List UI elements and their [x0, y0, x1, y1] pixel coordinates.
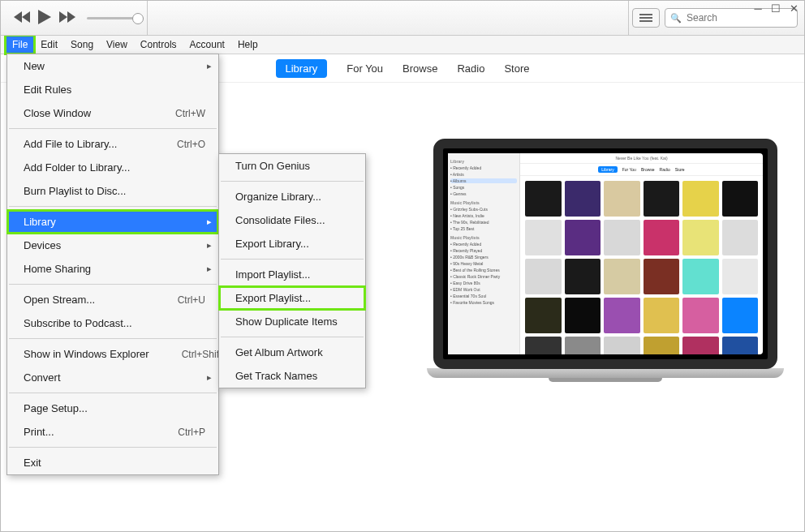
- tab-browse[interactable]: Browse: [402, 62, 437, 75]
- menu-item-label: New: [24, 60, 45, 72]
- mac-album-cover: [644, 298, 680, 333]
- menu-item-label: Library: [24, 216, 56, 228]
- menu-item-label: Subscribe to Podcast...: [24, 317, 132, 329]
- minimize-button[interactable]: ─: [751, 2, 765, 14]
- app-window: ─ ☐ ✕ 🔍 File Edit Song View: [0, 0, 805, 532]
- menu-separator: [9, 447, 217, 448]
- menu-item[interactable]: Library: [7, 210, 218, 234]
- mac-sidebar-item: • Classic Rock Dinner Party: [450, 274, 517, 279]
- menu-item[interactable]: Export Library...: [219, 232, 365, 255]
- mac-sidebar-item: • 90s Heavy Metal: [450, 261, 517, 266]
- play-icon[interactable]: [38, 10, 51, 27]
- menu-view[interactable]: View: [100, 36, 134, 54]
- menu-item-label: Get Track Names: [235, 370, 317, 382]
- tab-radio[interactable]: Radio: [457, 62, 484, 75]
- menu-item-label: Convert: [24, 371, 61, 384]
- menu-item[interactable]: Print...Ctrl+P: [7, 420, 218, 444]
- toolbar: ─ ☐ ✕ 🔍: [1, 1, 804, 36]
- menu-item[interactable]: Subscribe to Podcast...: [7, 311, 218, 335]
- mac-sidebar-item: • Essential 70s Soul: [450, 294, 517, 298]
- menu-item-label: Organize Library...: [235, 191, 321, 203]
- menu-item-shortcut: Ctrl+U: [178, 294, 205, 306]
- mac-sidebar-item: • Easy Drive 80s: [450, 281, 517, 285]
- mac-album-cover: [644, 337, 680, 354]
- menu-item[interactable]: Show in Windows ExplorerCtrl+Shift+R: [7, 342, 218, 366]
- list-icon: [639, 14, 652, 22]
- menu-item[interactable]: Turn On Genius: [219, 154, 365, 178]
- menu-item[interactable]: Convert: [7, 366, 218, 389]
- menu-item[interactable]: Get Track Names: [219, 364, 365, 388]
- mac-sidebar-item: • Recently Added: [450, 242, 517, 247]
- menu-item[interactable]: Home Sharing: [7, 257, 218, 281]
- mac-album-cover: [604, 298, 640, 333]
- menu-item[interactable]: Exit: [7, 451, 218, 474]
- library-submenu: Turn On GeniusOrganize Library...Consoli…: [218, 153, 366, 388]
- mac-sidebar: Library• Recently Added• Artists• Albums…: [448, 153, 520, 354]
- tab-for-you[interactable]: For You: [347, 62, 383, 75]
- mac-sidebar-item: • Songs: [450, 185, 517, 190]
- menu-item-label: Page Setup...: [24, 402, 88, 414]
- tab-library[interactable]: Library: [276, 59, 328, 78]
- menu-item[interactable]: Devices: [7, 234, 218, 257]
- mac-album-cover: [682, 181, 719, 217]
- mac-album-cover: [722, 259, 759, 294]
- menu-separator: [9, 206, 217, 207]
- list-view-button[interactable]: [632, 8, 660, 28]
- mac-tab-foryou: For You: [622, 167, 636, 172]
- menu-item-label: Close Window: [24, 107, 91, 119]
- menu-item-label: Get Album Artwork: [235, 346, 323, 358]
- prev-track-icon[interactable]: [14, 11, 30, 25]
- menu-edit[interactable]: Edit: [34, 36, 64, 54]
- mac-album-cover: [525, 337, 562, 354]
- mac-tab-radio: Radio: [660, 167, 670, 172]
- mac-sidebar-heading: Music Playlists: [450, 235, 517, 240]
- mac-album-cover: [525, 220, 562, 255]
- mac-album-cover: [682, 337, 719, 354]
- menu-item[interactable]: Open Stream...Ctrl+U: [7, 288, 218, 311]
- mac-now-playing: Never Be Like You (feat. Kai): [520, 153, 763, 164]
- mac-sidebar-item: • Albums: [450, 178, 517, 183]
- menu-bar: File Edit Song View Controls Account Hel…: [1, 36, 804, 54]
- menu-item[interactable]: Close WindowCtrl+W: [7, 101, 218, 125]
- mac-album-cover: [565, 259, 601, 294]
- mac-tab-library: Library: [598, 166, 617, 173]
- menu-item[interactable]: New: [7, 54, 218, 78]
- menu-item[interactable]: Export Playlist...: [219, 286, 365, 310]
- menu-account[interactable]: Account: [183, 36, 231, 54]
- tab-store[interactable]: Store: [504, 62, 529, 75]
- menu-item[interactable]: Burn Playlist to Disc...: [7, 179, 218, 203]
- menu-item[interactable]: Add Folder to Library...: [7, 156, 218, 179]
- macbook-illustration: Library• Recently Added• Artists• Albums…: [423, 139, 788, 382]
- menu-separator: [221, 181, 364, 182]
- menu-item[interactable]: Import Playlist...: [219, 263, 365, 286]
- menu-item[interactable]: Consolidate Files...: [219, 208, 365, 232]
- menu-item[interactable]: Get Album Artwork: [219, 341, 365, 364]
- menu-controls[interactable]: Controls: [134, 36, 183, 54]
- menu-separator: [9, 393, 217, 393]
- mac-sidebar-item: • Recently Played: [450, 248, 517, 253]
- menu-item-label: Add File to Library...: [24, 138, 117, 150]
- close-button[interactable]: ✕: [786, 2, 801, 14]
- menu-file[interactable]: File: [6, 36, 34, 54]
- menu-item[interactable]: Edit Rules: [7, 78, 218, 101]
- menu-item-shortcut: Ctrl+P: [178, 427, 205, 438]
- svg-marker-2: [38, 10, 51, 24]
- menu-song[interactable]: Song: [64, 36, 100, 54]
- menu-item[interactable]: Organize Library...: [219, 185, 365, 208]
- menu-item[interactable]: Show Duplicate Items: [219, 310, 365, 333]
- mac-album-cover: [525, 259, 562, 294]
- menu-item[interactable]: Page Setup...: [7, 397, 218, 420]
- mac-album-cover: [682, 220, 719, 255]
- mac-sidebar-item: • Top 25 Best: [450, 226, 517, 231]
- volume-slider[interactable]: [87, 17, 144, 19]
- now-playing-area: [147, 1, 629, 35]
- mac-album-cover: [525, 298, 562, 333]
- next-track-icon[interactable]: [59, 11, 75, 25]
- mac-sidebar-item: • The 90s, Rebilitated: [450, 220, 517, 225]
- menu-item-label: Export Playlist...: [235, 292, 311, 304]
- menu-help[interactable]: Help: [231, 36, 265, 54]
- menu-item[interactable]: Add File to Library...Ctrl+O: [7, 132, 218, 156]
- svg-marker-3: [59, 11, 67, 23]
- maximize-button[interactable]: ☐: [768, 2, 783, 14]
- svg-rect-5: [639, 14, 652, 15]
